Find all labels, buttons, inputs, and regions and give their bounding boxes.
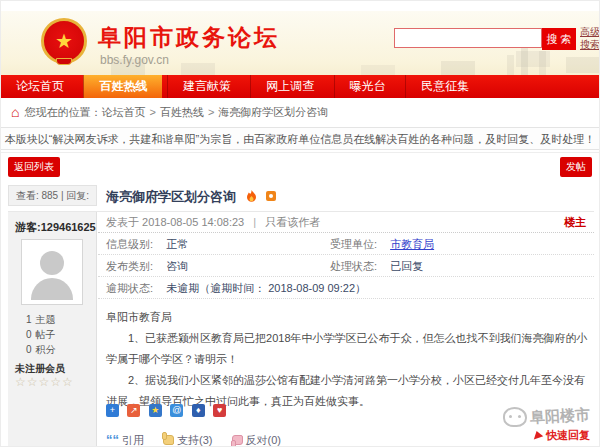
back-to-list-button[interactable]: 返回列表	[8, 157, 60, 177]
site-title: 阜阳市政务论坛	[98, 22, 280, 53]
nav-item-exposure[interactable]: 曝光台	[334, 75, 401, 98]
view-author-only-link[interactable]: 只看该作者	[265, 216, 320, 228]
avatar	[21, 239, 83, 305]
site-header: ★ 阜阳市政务论坛 bbs.fy.gov.cn 搜 索 高级搜索	[1, 11, 599, 75]
cursor-arrow-icon	[534, 431, 544, 442]
search-button[interactable]: 搜 索	[542, 28, 576, 50]
national-emblem-logo: ★	[41, 18, 87, 64]
quote-icon: ““	[106, 432, 119, 447]
info-row-level: 信息级别: 正常 受理单位: 市教育局	[98, 233, 594, 255]
nav-item-online-survey[interactable]: 网上调查	[250, 75, 329, 98]
thread-title: 海亮御府学区划分咨询	[106, 189, 236, 204]
quick-reply-link[interactable]: 快速回复	[455, 428, 590, 443]
info-row-category: 发布类别: 咨询 处理状态: 已回复	[98, 255, 594, 277]
advanced-search-link[interactable]: 高级搜索	[580, 25, 600, 51]
favorite-star-icon[interactable]: ★	[149, 404, 162, 417]
post-content-column: 发表于 2018-08-05 14:08:23 | 只看该作者 楼主 信息级别:…	[98, 212, 594, 447]
breadcrumb-separator: >	[149, 106, 155, 118]
post-container: 游客:129461625 1主题 0帖子 0积分 未注册会员 ☆☆☆☆☆ 发表于…	[8, 211, 594, 447]
info-label: 逾期状态:	[106, 282, 153, 294]
forum-page: ★ 阜阳市政务论坛 bbs.fy.gov.cn 搜 索 高级搜索 论坛首页 百姓…	[0, 0, 600, 447]
star-icon: ★	[55, 30, 73, 52]
nav-item-forum-home[interactable]: 论坛首页	[1, 75, 79, 98]
breadcrumb-prefix: 您现在的位置：	[24, 106, 101, 118]
author-stats: 1主题 0帖子 0积分	[26, 312, 56, 357]
thread-title-row: 海亮御府学区划分咨询	[106, 186, 276, 206]
stats-divider: |	[61, 190, 64, 201]
info-label: 发布类别:	[106, 260, 153, 272]
post-salutation: 阜阳市教育局	[106, 307, 588, 328]
thread-stats: 查看: 885 | 回复: 18	[8, 185, 97, 206]
watermark: 阜阳楼市 快速回复	[455, 407, 590, 443]
home-icon: ⌂	[11, 104, 19, 120]
main-nav: 论坛首页 百姓热线 建言献策 网上调查 曝光台 民意征集	[1, 75, 599, 98]
oppose-button[interactable]: 反对(0)	[232, 433, 281, 447]
info-row-overdue: 逾期状态: 未逾期（逾期时间： 2018-08-09 09:22）	[98, 277, 594, 299]
meta-divider: |	[253, 216, 256, 228]
author-sidebar: 游客:129461625 1主题 0帖子 0积分 未注册会员 ☆☆☆☆☆	[8, 212, 97, 447]
author-group: 未注册会员	[15, 362, 65, 376]
info-value: 未逾期（逾期时间： 2018-08-09 09:22）	[166, 282, 366, 294]
site-url: bbs.fy.gov.cn	[100, 53, 169, 67]
thumbs-down-icon	[232, 435, 243, 445]
stat-topics: 1主题	[26, 312, 56, 327]
breadcrumb-link-board[interactable]: 百姓热线	[160, 106, 204, 118]
stat-posts: 0帖子	[26, 327, 56, 342]
quote-button[interactable]: ““引用	[106, 432, 144, 447]
qzone-share-icon[interactable]: @	[170, 404, 183, 417]
search-input[interactable]	[394, 28, 542, 48]
avatar-body-shape	[31, 278, 73, 300]
weibo-share-icon[interactable]: ↗	[127, 404, 140, 417]
stat-credits: 0积分	[26, 342, 56, 357]
flame-icon	[246, 190, 257, 203]
new-post-button[interactable]: 发帖	[560, 157, 592, 177]
info-label: 受理单位:	[330, 238, 377, 250]
board-notice: 本版块以“解决网友诉求，共建和谐阜阳”为宗旨，由百家政府单位信息员在线解决百姓的…	[1, 127, 599, 150]
recommend-icon	[266, 191, 276, 201]
post-paragraph: 1、已获悉颍州区教育局已把2018年中小学学区已公布于众，但怎么也找不到我们海亮…	[106, 328, 588, 370]
views-label: 查看:	[16, 190, 39, 201]
views-count: 885	[41, 190, 58, 201]
nav-item-opinion-collection[interactable]: 民意征集	[405, 75, 484, 98]
post-action-row: ““引用 支持(3) 反对(0)	[106, 432, 297, 447]
divider	[1, 152, 599, 153]
emblem-ribbon	[56, 58, 72, 65]
info-value: 正常	[166, 238, 188, 250]
thumbs-up-icon	[163, 435, 174, 445]
replies-label: 回复:	[66, 190, 89, 201]
baidu-share-icon[interactable]: ♥	[213, 404, 226, 417]
posted-time: 发表于 2018-08-05 14:08:23	[106, 216, 244, 228]
info-label: 信息级别:	[106, 238, 153, 250]
author-name: 游客:129461625	[15, 220, 96, 235]
renren-share-icon[interactable]: ♦	[192, 404, 205, 417]
breadcrumb-link-home[interactable]: 论坛首页	[101, 106, 145, 118]
watermark-brand: 阜阳楼市	[530, 405, 591, 427]
avatar-head-shape	[40, 251, 64, 275]
nav-item-suggestions[interactable]: 建言献策	[167, 75, 246, 98]
breadcrumb-separator: >	[208, 106, 214, 118]
info-value: 咨询	[166, 260, 188, 272]
post-body: 阜阳市教育局 1、已获悉颍州区教育局已把2018年中小学学区已公布于众，但怎么也…	[106, 307, 588, 412]
post-meta-row: 发表于 2018-08-05 14:08:23 | 只看该作者 楼主	[98, 212, 594, 233]
breadcrumb: ⌂您现在的位置：论坛首页>百姓热线>海亮御府学区划分咨询	[1, 100, 599, 124]
handling-unit-link[interactable]: 市教育局	[390, 238, 434, 250]
add-share-icon[interactable]: +	[106, 404, 119, 417]
breadcrumb-current: 海亮御府学区划分咨询	[218, 106, 328, 118]
support-button[interactable]: 支持(3)	[163, 433, 212, 447]
info-label: 处理状态:	[330, 260, 377, 272]
floor-badge[interactable]: 楼主	[564, 212, 586, 232]
doodle-face-icon	[503, 407, 527, 427]
info-value: 已回复	[390, 260, 423, 272]
author-level-stars: ☆☆☆☆☆	[15, 375, 74, 389]
nav-item-people-hotline[interactable]: 百姓热线	[83, 75, 162, 98]
share-row: + ↗ ★ @ ♦ ♥	[106, 404, 230, 422]
